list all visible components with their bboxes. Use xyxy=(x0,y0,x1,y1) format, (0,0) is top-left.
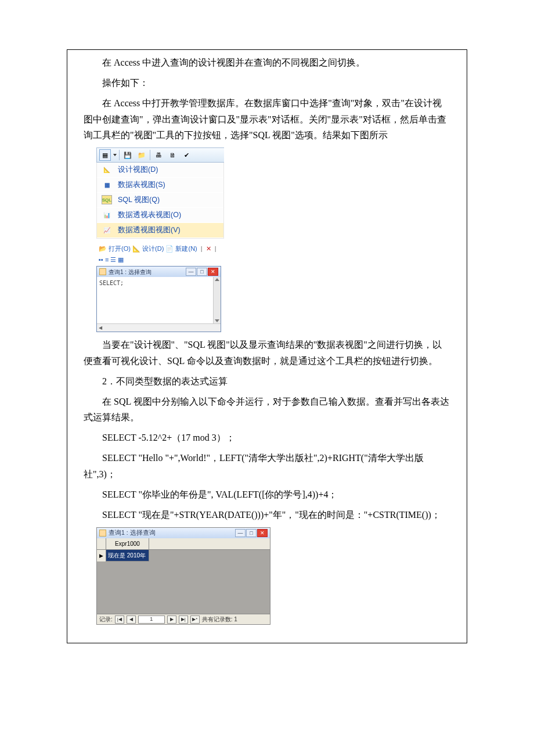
grid-data-row[interactable]: ▶ 现在是 2010年 xyxy=(97,550,270,561)
figure-query-window: 📂 打开(O) 📐 设计(D) 📄 新建(N) | ✕ | ▪▪ ≡ ☰ ▦ xyxy=(96,242,467,332)
menu-datasheet-view[interactable]: ▦ 数据表视图(S) xyxy=(97,178,223,193)
preview-icon[interactable]: 🗎 xyxy=(167,149,178,161)
new-icon-small: 📄 xyxy=(165,245,174,252)
print-icon[interactable]: 🖶 xyxy=(153,149,164,161)
menu-pivotchart-view[interactable]: 📈 数据透视图视图(V) xyxy=(97,223,223,238)
datasheet-grid: Expr1000 ▶ 现在是 2010年 xyxy=(97,538,270,614)
menu-sql-view[interactable]: SQL SQL 视图(Q) xyxy=(97,193,223,208)
column-header-expr1000[interactable]: Expr1000 xyxy=(106,538,149,549)
view-dropdown-button[interactable]: ▦ xyxy=(99,149,111,161)
para-3: 在 Access 中打开教学管理数据库。在数据库窗口中选择"查询"对象，双击"在… xyxy=(84,95,450,143)
tb-open[interactable]: 打开(O) xyxy=(109,245,131,252)
menu-pivottable-view[interactable]: 📊 数据透视表视图(O) xyxy=(97,208,223,223)
window-buttons: — □ ✕ xyxy=(186,268,218,276)
para-1: 在 Access 中进入查询的设计视图并在查询的不同视图之间切换。 xyxy=(84,55,450,70)
window-buttons: — □ ✕ xyxy=(235,529,268,537)
menu-pivotchart-label: 数据透视图视图(V) xyxy=(118,224,181,236)
nav-record-number[interactable]: 1 xyxy=(138,615,165,624)
toolbar-separator xyxy=(150,150,150,160)
query-window-title: 查询1 : 选择查询 xyxy=(109,267,151,277)
large-icons-icon[interactable]: ▦ xyxy=(118,256,124,263)
sql-stmt-1: SELECT -5.12^2+（17 mod 3）； xyxy=(84,430,450,445)
grid-header-row: Expr1000 xyxy=(97,538,270,550)
sql-stmt-2: SELECT "Hello "+",World!"，LEFT("清华大学出版社"… xyxy=(84,450,450,481)
spellcheck-icon[interactable]: ✔ xyxy=(181,149,192,161)
nav-prev-button[interactable]: ◀ xyxy=(127,615,136,624)
toolbar-separator xyxy=(119,150,120,160)
delete-icon[interactable]: ✕ xyxy=(206,245,211,252)
pivottable-icon: 📊 xyxy=(102,210,112,219)
nav-label: 记录: xyxy=(99,614,113,624)
figure-datasheet-result: 查询1 : 选择查询 — □ ✕ Expr1000 ▶ 现在是 xyxy=(96,527,467,625)
para-4: 当要在"设计视图"、"SQL 视图"以及显示查询结果的"数据表视图"之间进行切换… xyxy=(84,337,450,368)
minimize-button[interactable]: — xyxy=(186,268,196,276)
minimize-button[interactable]: — xyxy=(235,529,246,537)
cell-expr1000[interactable]: 现在是 2010年 xyxy=(106,550,149,561)
datasheet-view-icon: ▦ xyxy=(102,180,112,189)
content-area: 在 Access 中进入查询的设计视图并在查询的不同视图之间切换。 操作如下： … xyxy=(67,55,467,643)
open-icon-small: 📂 xyxy=(99,245,107,252)
close-button[interactable]: ✕ xyxy=(257,529,268,537)
query-window-icon xyxy=(99,268,106,275)
datasheet-title: 查询1 : 选择查询 xyxy=(109,528,156,538)
para-6: 在 SQL 视图中分别输入以下命令并运行，对于参数自己输入数据。查看并写出各表达… xyxy=(84,394,450,425)
menu-pivottable-label: 数据透视表视图(O) xyxy=(118,209,181,221)
page-frame: 在 Access 中进入查询的设计视图并在查询的不同视图之间切换。 操作如下： … xyxy=(67,49,467,643)
datasheet-window-icon xyxy=(99,530,106,537)
db-object-toolbar: 📂 打开(O) 📐 设计(D) 📄 新建(N) | ✕ | ▪▪ ≡ ☰ ▦ xyxy=(96,242,221,266)
query-titlebar: 查询1 : 选择查询 — □ ✕ xyxy=(97,267,221,277)
nav-new-button[interactable]: ▶* xyxy=(190,615,200,624)
db-window-shot: 📂 打开(O) 📐 设计(D) 📄 新建(N) | ✕ | ▪▪ ≡ ☰ ▦ xyxy=(96,242,221,332)
para-5: 2．不同类型数据的表达式运算 xyxy=(84,373,450,389)
open-icon[interactable]: 📁 xyxy=(136,149,147,161)
horizontal-scrollbar[interactable]: ◀ xyxy=(97,323,221,332)
scroll-left-icon[interactable]: ◀ xyxy=(97,325,104,332)
pivotchart-icon: 📈 xyxy=(102,225,112,235)
menu-datasheet-label: 数据表视图(S) xyxy=(118,179,165,191)
nav-first-button[interactable]: |◀ xyxy=(115,615,124,624)
sql-editor-body[interactable]: SELECT; xyxy=(97,277,221,323)
nav-next-button[interactable]: ▶ xyxy=(167,615,176,624)
sql-view-icon: SQL xyxy=(102,195,112,204)
toolbar-sep: | xyxy=(215,245,217,252)
sql-text: SELECT; xyxy=(99,280,124,286)
close-button[interactable]: ✕ xyxy=(208,268,218,276)
access-toolbar-shot: ▦ 💾 📁 🖶 🗎 ✔ 📐 设计视图(D) ▦ xyxy=(96,147,224,239)
maximize-button[interactable]: □ xyxy=(197,268,207,276)
save-icon[interactable]: 💾 xyxy=(122,149,134,161)
vertical-scrollbar[interactable] xyxy=(213,277,221,323)
nav-total-label: 共有记录数: 1 xyxy=(202,614,237,624)
menu-design-view[interactable]: 📐 设计视图(D) xyxy=(97,163,223,178)
tb-new[interactable]: 新建(N) xyxy=(175,245,197,252)
query-editor-window: 查询1 : 选择查询 — □ ✕ SELECT; ◀ xyxy=(96,266,221,332)
details-icon[interactable]: ☰ xyxy=(110,256,116,263)
maximize-button[interactable]: □ xyxy=(246,529,257,537)
datasheet-window: 查询1 : 选择查询 — □ ✕ Expr1000 ▶ 现在是 xyxy=(96,527,270,625)
figure-view-menu: ▦ 💾 📁 🖶 🗎 ✔ 📐 设计视图(D) ▦ xyxy=(96,147,467,239)
list-icon[interactable]: ≡ xyxy=(105,256,109,263)
design-icon-small: 📐 xyxy=(132,245,140,252)
view-menu-dropdown: 📐 设计视图(D) ▦ 数据表视图(S) SQL SQL 视图(Q) 📊 数据透… xyxy=(96,163,224,239)
menu-design-label: 设计视图(D) xyxy=(118,164,158,176)
small-icons-icon[interactable]: ▪▪ xyxy=(99,256,103,263)
sql-stmt-4: SELECT "现在是"+STR(YEAR(DATE()))+"年"，"现在的时… xyxy=(84,507,450,523)
dropdown-caret-icon[interactable] xyxy=(113,154,117,156)
row-marker[interactable]: ▶ xyxy=(97,550,106,561)
nav-last-button[interactable]: ▶| xyxy=(179,615,188,624)
row-selector-header xyxy=(97,538,106,549)
toolbar-sep: | xyxy=(201,245,203,252)
access-toolbar: ▦ 💾 📁 🖶 🗎 ✔ xyxy=(96,147,224,163)
tb-design[interactable]: 设计(D) xyxy=(142,245,164,252)
record-navigator: 记录: |◀ ◀ 1 ▶ ▶| ▶* 共有记录数: 1 xyxy=(97,614,270,624)
sql-stmt-3: SELECT "你毕业的年份是", VAL(LEFT([你的学号],4))+4； xyxy=(84,487,450,502)
para-2: 操作如下： xyxy=(84,75,450,91)
menu-sql-label: SQL 视图(Q) xyxy=(118,194,160,206)
grid-empty-area xyxy=(97,561,270,614)
datasheet-titlebar: 查询1 : 选择查询 — □ ✕ xyxy=(97,528,270,538)
design-view-icon: 📐 xyxy=(102,165,112,174)
